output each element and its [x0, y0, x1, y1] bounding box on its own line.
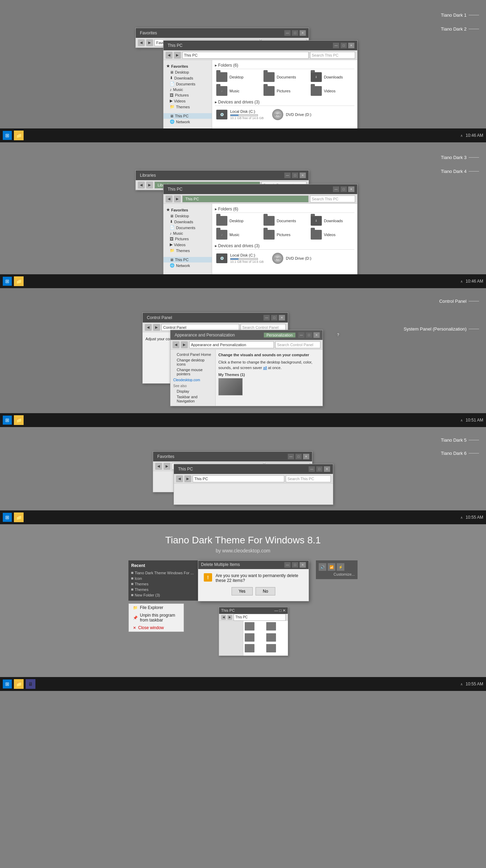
search-bar[interactable]: Search This PC: [310, 52, 355, 59]
sidebar-item-desktop[interactable]: 🖥Desktop: [164, 69, 212, 75]
back-btn[interactable]: ◀: [155, 463, 162, 470]
personalization-search[interactable]: Search Control Panel: [275, 341, 320, 348]
folder-videos[interactable]: Videos: [309, 85, 354, 97]
context-file-explorer[interactable]: 📁 File Explorer: [129, 604, 184, 611]
sidebar-item-network-2[interactable]: 🌐Network: [164, 262, 212, 268]
mini-folder-2[interactable]: [266, 622, 276, 631]
close-btn[interactable]: ✕: [300, 173, 306, 178]
tray-icon-3[interactable]: ⚡: [337, 563, 344, 571]
sidebar-item-this-pc-2[interactable]: 🖥This PC: [164, 257, 212, 262]
personalization-address[interactable]: Appearance and Personalization: [189, 341, 274, 348]
sidebar-item-themes[interactable]: 📁Themes: [164, 104, 212, 110]
sidebar-item-downloads[interactable]: ⬇Downloads: [164, 75, 212, 81]
forward-btn[interactable]: ▶: [184, 475, 191, 482]
mini-folder-1[interactable]: [245, 622, 254, 631]
maximize-btn[interactable]: □: [295, 454, 302, 459]
folder-documents-2[interactable]: Documents: [262, 215, 307, 227]
windows-logo-5[interactable]: ⊞: [3, 679, 12, 688]
windows-logo-2[interactable]: ⊞: [3, 277, 12, 286]
mini-folder-4[interactable]: [266, 633, 276, 642]
folder-desktop[interactable]: Desktop: [215, 71, 260, 83]
taskbar-folder-icon[interactable]: 📁: [14, 131, 24, 140]
sidebar-display[interactable]: Display: [170, 389, 215, 394]
folder-downloads[interactable]: ⬇ Downloads: [309, 71, 354, 83]
context-close[interactable]: ✕ Close window: [129, 624, 184, 632]
sidebar-cleodesktop[interactable]: Cleodesktop.com: [170, 377, 215, 383]
minimize-btn[interactable]: —: [284, 173, 291, 178]
address-bar-this-pc[interactable]: This PC: [182, 195, 309, 202]
minimize-btn[interactable]: —: [309, 466, 315, 472]
taskbar-folder-icon-3[interactable]: 📁: [14, 415, 24, 425]
drive-c[interactable]: 💿 Local Disk (C:) 10.1 GB free of 14.6 G…: [215, 108, 265, 121]
address-bar[interactable]: This PC: [182, 52, 309, 59]
close-btn[interactable]: ✕: [300, 30, 306, 36]
context-unpin[interactable]: 📌 Unpin this program from taskbar: [129, 611, 184, 624]
back-btn[interactable]: ◀: [221, 615, 226, 620]
maximize-btn[interactable]: □: [292, 562, 298, 568]
windows-logo-4[interactable]: ⊞: [3, 513, 12, 522]
sidebar-desktop-icons[interactable]: Change desktop icons: [170, 357, 215, 367]
sidebar-item-downloads-2[interactable]: ⬇Downloads: [164, 219, 212, 225]
minimize-btn[interactable]: —: [333, 43, 339, 48]
sidebar-cp-home[interactable]: Control Panel Home: [170, 352, 215, 357]
back-btn[interactable]: ◀: [145, 324, 152, 331]
forward-btn[interactable]: ▶: [146, 39, 153, 46]
maximize-btn[interactable]: □: [341, 186, 347, 192]
personalization-tab[interactable]: Personalization: [264, 333, 295, 337]
tray-customize[interactable]: Customize...: [319, 572, 355, 576]
windows-logo-3[interactable]: ⊞: [3, 416, 12, 425]
help-icon[interactable]: ?: [335, 332, 341, 337]
tray-chevron[interactable]: ∧: [460, 134, 463, 137]
minimize-btn[interactable]: —: [284, 562, 291, 568]
sidebar-mouse-pointers[interactable]: Change mouse pointers: [170, 367, 215, 377]
maximize-btn[interactable]: □: [306, 332, 312, 338]
taskbar-explorer-icon-5[interactable]: 🖥: [26, 679, 35, 689]
back-btn[interactable]: ◀: [166, 52, 173, 59]
folder-documents[interactable]: Documents: [262, 71, 307, 83]
close-btn[interactable]: ✕: [313, 332, 320, 338]
back-btn[interactable]: ◀: [166, 195, 173, 202]
minimize-btn[interactable]: —: [298, 332, 304, 338]
theme-preview[interactable]: [218, 378, 243, 395]
folder-music[interactable]: ♪ Music: [215, 85, 260, 97]
taskbar-folder-icon-2[interactable]: 📁: [14, 276, 24, 286]
close-btn[interactable]: ✕: [279, 315, 285, 320]
maximize-btn[interactable]: □: [316, 466, 322, 472]
folder-videos-2[interactable]: Videos: [309, 229, 354, 241]
sidebar-item-music[interactable]: ♪Music: [164, 87, 212, 92]
forward-btn[interactable]: ▶: [164, 463, 170, 470]
tray-chevron-4[interactable]: ∧: [460, 516, 463, 519]
sidebar-item-documents-2[interactable]: 📄Documents: [164, 225, 212, 231]
folder-downloads-2[interactable]: ⬇ Downloads: [309, 215, 354, 227]
mini-address[interactable]: This PC: [234, 614, 286, 621]
maximize-btn[interactable]: □: [292, 30, 298, 36]
mini-folder-5[interactable]: [245, 644, 254, 652]
forward-btn[interactable]: ▶: [227, 615, 232, 620]
drive-c-2[interactable]: 💿 Local Disk (C:) 10.1 GB free of 14.6 G…: [215, 252, 265, 265]
close-btn[interactable]: ✕: [283, 608, 286, 613]
maximize-btn[interactable]: □: [279, 608, 282, 613]
sidebar-item-pictures[interactable]: 🖼Pictures: [164, 92, 212, 98]
sidebar-item-videos-2[interactable]: ▶Videos: [164, 242, 212, 248]
forward-btn[interactable]: ▶: [146, 182, 153, 189]
minimize-btn[interactable]: —: [333, 186, 339, 192]
forward-btn[interactable]: ▶: [181, 341, 188, 348]
close-btn[interactable]: ✕: [324, 466, 330, 472]
folder-music-2[interactable]: ♪ Music: [215, 229, 260, 241]
all-at-once-link[interactable]: all: [263, 366, 267, 370]
back-btn[interactable]: ◀: [138, 182, 145, 189]
mini-folder-6[interactable]: [266, 644, 276, 652]
tray-chevron-5[interactable]: ∧: [460, 682, 463, 686]
sidebar-item-network[interactable]: 🌐Network: [164, 119, 212, 125]
mini-folder-3[interactable]: [245, 633, 254, 642]
forward-btn[interactable]: ▶: [174, 195, 181, 202]
tray-icon-1[interactable]: 🔊: [319, 563, 326, 571]
maximize-btn[interactable]: □: [271, 315, 277, 320]
sidebar-taskbar-nav[interactable]: Taskbar and Navigation: [170, 394, 215, 404]
close-btn[interactable]: ✕: [348, 43, 354, 48]
back-btn[interactable]: ◀: [173, 341, 179, 348]
sidebar-item-this-pc[interactable]: 🖥This PC: [164, 113, 212, 119]
folder-pictures[interactable]: Pictures: [262, 85, 307, 97]
folder-desktop-2[interactable]: Desktop: [215, 215, 260, 227]
minimize-btn[interactable]: —: [274, 608, 278, 613]
